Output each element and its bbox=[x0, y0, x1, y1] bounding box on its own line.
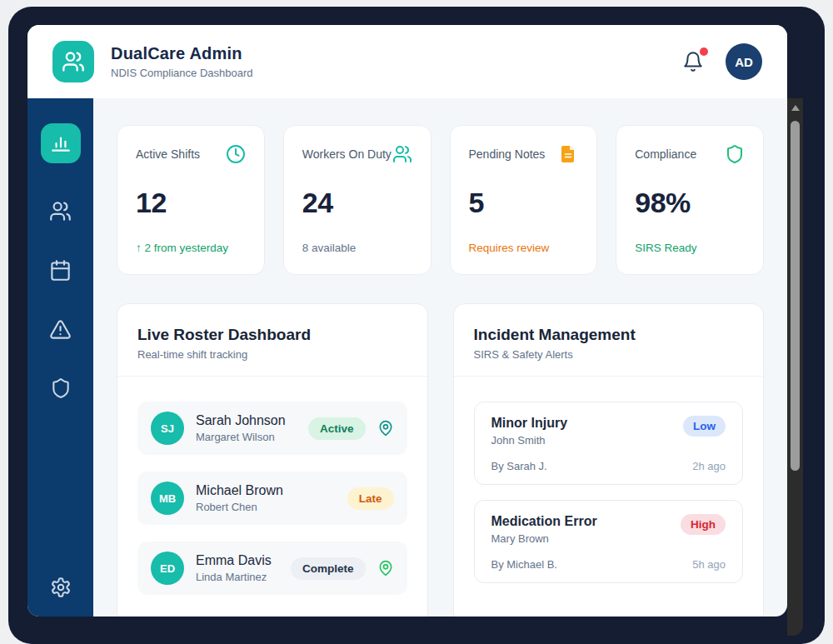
alert-triangle-icon bbox=[49, 318, 72, 341]
incident-card[interactable]: Medication Error Mary Brown High By Mich… bbox=[474, 500, 744, 583]
status-badge: Active bbox=[308, 417, 366, 440]
status-badge: Complete bbox=[291, 557, 366, 580]
title-block: DualCare Admin NDIS Compliance Dashboard bbox=[111, 44, 253, 79]
worker-name: Emma Davis bbox=[196, 553, 272, 568]
sidebar-item-compliance[interactable] bbox=[50, 377, 72, 399]
stat-value: 98% bbox=[635, 187, 745, 219]
client-name: Margaret Wilson bbox=[196, 431, 286, 443]
shield-icon bbox=[50, 377, 72, 399]
panel-subtitle: Real-time shift tracking bbox=[137, 348, 407, 361]
window-frame: DualCare Admin NDIS Compliance Dashboard… bbox=[8, 7, 825, 644]
calendar-icon bbox=[49, 259, 72, 282]
scroll-up-arrow-icon[interactable] bbox=[791, 105, 800, 111]
live-roster-panel: Live Roster Dashboard Real-time shift tr… bbox=[117, 303, 428, 617]
header-actions: AD bbox=[682, 43, 762, 80]
stat-card-compliance: Compliance 98% SIRS Ready bbox=[616, 125, 764, 275]
panel-header: Live Roster Dashboard Real-time shift tr… bbox=[117, 304, 427, 377]
gear-icon bbox=[50, 577, 72, 598]
sidebar-item-workers[interactable] bbox=[49, 200, 72, 222]
incident-type: Minor Injury bbox=[491, 416, 568, 431]
scrollbar-track[interactable] bbox=[787, 98, 803, 636]
incident-type: Medication Error bbox=[491, 514, 597, 529]
incident-person: John Smith bbox=[491, 434, 568, 447]
roster-row[interactable]: ED Emma Davis Linda Martinez Complete bbox=[137, 542, 407, 595]
worker-name: Michael Brown bbox=[196, 483, 283, 498]
users-icon bbox=[392, 144, 412, 164]
roster-row[interactable]: SJ Sarah Johnson Margaret Wilson Active bbox=[137, 402, 407, 455]
panel-title: Incident Management bbox=[474, 326, 744, 344]
worker-avatar: SJ bbox=[151, 412, 184, 445]
shield-icon bbox=[725, 144, 745, 164]
incident-reporter: By Michael B. bbox=[491, 558, 557, 571]
app-header: DualCare Admin NDIS Compliance Dashboard… bbox=[27, 25, 787, 98]
stat-card-workers-on-duty: Workers On Duty 24 8 available bbox=[283, 125, 431, 275]
sidebar-item-dashboard[interactable] bbox=[41, 123, 81, 163]
panels-row: Live Roster Dashboard Real-time shift tr… bbox=[117, 303, 764, 617]
document-icon bbox=[558, 144, 578, 164]
client-name: Linda Martinez bbox=[196, 571, 272, 583]
page-subtitle: NDIS Compliance Dashboard bbox=[111, 67, 253, 79]
incident-person: Mary Brown bbox=[491, 532, 597, 545]
stat-value: 5 bbox=[469, 187, 579, 219]
stat-value: 12 bbox=[136, 187, 246, 219]
sidebar-item-incidents[interactable] bbox=[49, 318, 72, 341]
incident-card[interactable]: Minor Injury John Smith Low By Sarah J. … bbox=[474, 402, 744, 485]
panel-subtitle: SIRS & Safety Alerts bbox=[474, 348, 744, 361]
roster-row[interactable]: MB Michael Brown Robert Chen Late bbox=[137, 472, 407, 525]
page-title: DualCare Admin bbox=[111, 44, 253, 63]
stat-card-pending-notes: Pending Notes 5 Requires review bbox=[450, 125, 598, 275]
users-icon bbox=[49, 200, 72, 222]
stat-subtext: 8 available bbox=[302, 242, 412, 254]
status-badge: Late bbox=[347, 487, 394, 510]
stat-label: Compliance bbox=[635, 147, 696, 161]
severity-badge: High bbox=[681, 514, 726, 535]
stat-subtext: ↑ 2 from yesterday bbox=[136, 242, 246, 254]
clock-icon bbox=[226, 144, 246, 164]
app-window: DualCare Admin NDIS Compliance Dashboard… bbox=[27, 25, 787, 617]
sidebar-item-schedule[interactable] bbox=[49, 259, 72, 282]
incident-time: 2h ago bbox=[692, 460, 726, 472]
worker-avatar: ED bbox=[151, 552, 184, 585]
map-pin-icon[interactable] bbox=[377, 560, 394, 577]
incident-management-panel: Incident Management SIRS & Safety Alerts… bbox=[453, 303, 765, 617]
notification-dot bbox=[700, 47, 708, 56]
stat-subtext: Requires review bbox=[469, 242, 579, 254]
incident-reporter: By Sarah J. bbox=[491, 460, 547, 472]
stats-row: Active Shifts 12 ↑ 2 from yesterday Work… bbox=[117, 125, 764, 275]
stat-value: 24 bbox=[302, 187, 412, 219]
scrollbar-thumb[interactable] bbox=[791, 121, 800, 471]
users-icon bbox=[62, 50, 85, 73]
map-pin-icon[interactable] bbox=[377, 420, 394, 437]
bar-chart-icon bbox=[50, 132, 72, 154]
app-logo bbox=[52, 41, 94, 82]
stat-label: Active Shifts bbox=[136, 147, 200, 161]
stat-card-active-shifts: Active Shifts 12 ↑ 2 from yesterday bbox=[117, 125, 265, 275]
client-name: Robert Chen bbox=[196, 501, 283, 513]
main-content: Active Shifts 12 ↑ 2 from yesterday Work… bbox=[93, 98, 787, 617]
worker-name: Sarah Johnson bbox=[196, 413, 286, 428]
body-row: Active Shifts 12 ↑ 2 from yesterday Work… bbox=[27, 98, 787, 617]
incident-time: 5h ago bbox=[692, 558, 726, 571]
panel-title: Live Roster Dashboard bbox=[137, 326, 407, 344]
roster-list: SJ Sarah Johnson Margaret Wilson Active bbox=[117, 377, 427, 615]
stat-label: Workers On Duty bbox=[302, 147, 392, 161]
worker-avatar: MB bbox=[151, 482, 184, 515]
stat-label: Pending Notes bbox=[469, 147, 546, 161]
stat-subtext: SIRS Ready bbox=[635, 242, 745, 254]
incident-list: Minor Injury John Smith Low By Sarah J. … bbox=[454, 377, 764, 603]
sidebar bbox=[27, 98, 93, 617]
avatar[interactable]: AD bbox=[726, 43, 762, 80]
notifications-button[interactable] bbox=[682, 51, 704, 72]
sidebar-item-settings[interactable] bbox=[50, 577, 72, 598]
panel-header: Incident Management SIRS & Safety Alerts bbox=[454, 304, 764, 377]
severity-badge: Low bbox=[683, 416, 726, 437]
